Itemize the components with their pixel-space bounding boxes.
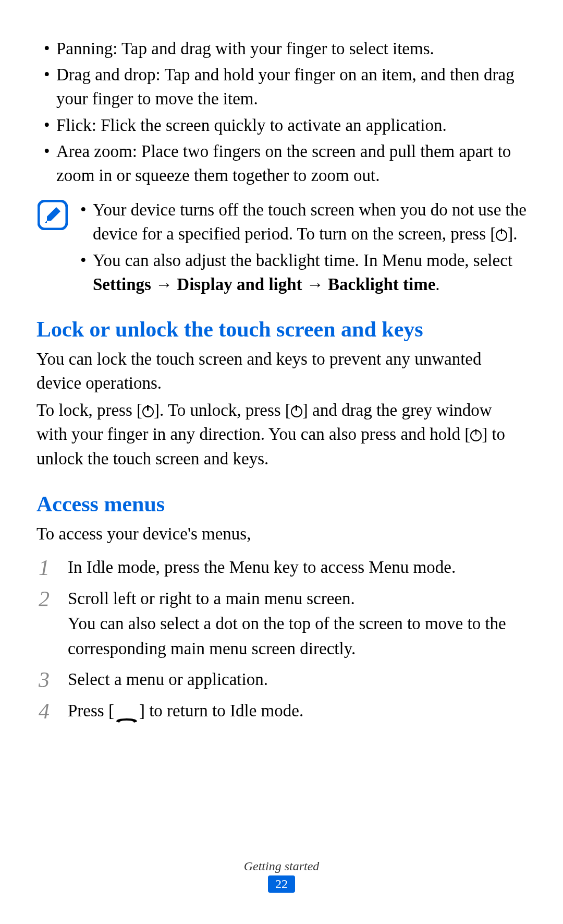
- note-text-part1: Your device turns off the touch screen w…: [93, 200, 527, 243]
- power-icon: [470, 429, 482, 441]
- note-arrow-2: →: [302, 275, 328, 294]
- bullet-item-drag-drop: Drag and drop: Tap and hold your finger …: [36, 63, 527, 111]
- step-4-text-2: ] to return to Idle mode.: [139, 701, 303, 720]
- heading-access-menus: Access menus: [36, 491, 527, 517]
- step-1: 1 In Idle mode, press the Menu key to ac…: [36, 555, 527, 580]
- step-3-text: Select a menu or application.: [68, 670, 268, 689]
- note-content: Your device turns off the touch screen w…: [77, 198, 527, 298]
- step-2-text-line1: Scroll left or right to a main menu scre…: [68, 589, 355, 608]
- step-number-1: 1: [39, 552, 50, 584]
- note-backlight-text1: You can also adjust the backlight time. …: [93, 251, 512, 270]
- step-2: 2 Scroll left or right to a main menu sc…: [36, 586, 527, 662]
- note-bold-display: Display and light: [177, 275, 302, 294]
- step-3: 3 Select a menu or application.: [36, 667, 527, 692]
- gesture-bullet-list: Panning: Tap and drag with your finger t…: [36, 37, 527, 187]
- note-block: Your device turns off the touch screen w…: [36, 198, 527, 298]
- bullet-item-panning: Panning: Tap and drag with your finger t…: [36, 37, 527, 61]
- footer-chapter: Getting started: [0, 859, 563, 873]
- lock-text-2: ]. To unlock, press [: [154, 401, 291, 419]
- note-bold-backlight-time: Backlight time: [328, 275, 435, 294]
- bullet-item-area-zoom: Area zoom: Place two fingers on the scre…: [36, 139, 527, 187]
- power-icon: [142, 405, 154, 417]
- note-item-screen-off: Your device turns off the touch screen w…: [77, 198, 527, 246]
- note-item-backlight: You can also adjust the backlight time. …: [77, 248, 527, 296]
- bullet-item-flick: Flick: Flick the screen quickly to activ…: [36, 113, 527, 137]
- step-number-4: 4: [39, 695, 50, 727]
- step-1-text: In Idle mode, press the Menu key to acce…: [68, 558, 456, 577]
- step-4: 4 Press [] to return to Idle mode.: [36, 699, 527, 724]
- note-arrow-1: →: [151, 275, 177, 294]
- note-bold-settings: Settings: [93, 275, 151, 294]
- lock-text-1: To lock, press [: [36, 401, 142, 419]
- step-4-text-1: Press [: [68, 701, 114, 720]
- end-call-icon: [114, 707, 139, 716]
- power-icon: [496, 229, 507, 241]
- step-number-2: 2: [39, 583, 50, 615]
- page-content: Panning: Tap and drag with your finger t…: [0, 0, 563, 724]
- step-2-text-line2: You can also select a dot on the top of …: [68, 614, 506, 658]
- step-number-3: 3: [39, 664, 50, 696]
- page-number-badge: 22: [268, 875, 295, 893]
- access-menus-intro: To access your device's menus,: [36, 522, 527, 546]
- access-menus-steps: 1 In Idle mode, press the Menu key to ac…: [36, 555, 527, 724]
- lock-unlock-para1: You can lock the touch screen and keys t…: [36, 347, 527, 395]
- note-backlight-text2: .: [435, 275, 439, 294]
- lock-unlock-para2: To lock, press []. To unlock, press [] a…: [36, 398, 527, 471]
- note-pencil-icon: [38, 200, 68, 230]
- power-icon: [291, 405, 302, 417]
- page-footer: Getting started 22: [0, 859, 563, 893]
- heading-lock-unlock: Lock or unlock the touch screen and keys: [36, 317, 527, 342]
- note-text-part2: ].: [507, 224, 517, 243]
